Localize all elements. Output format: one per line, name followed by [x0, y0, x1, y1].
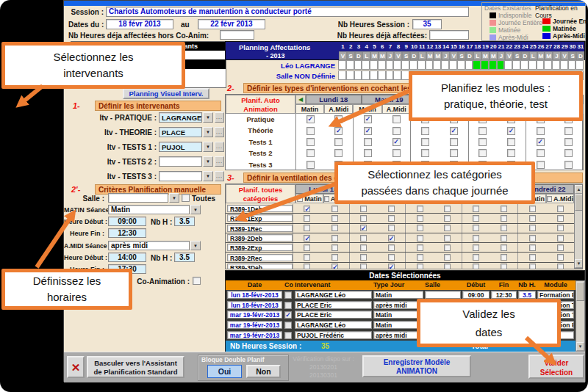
module-checkbox[interactable]: [564, 161, 573, 169]
checkbox-cell[interactable]: [490, 204, 518, 213]
checkbox-cell[interactable]: [405, 263, 434, 269]
planning-day-cell[interactable]: [393, 70, 401, 80]
checkbox-cell[interactable]: [434, 224, 462, 233]
checkbox-cell[interactable]: ✓: [377, 233, 405, 242]
planning-day-cell[interactable]: [346, 70, 354, 80]
checkbox-cell[interactable]: [353, 148, 382, 159]
itv-more-button[interactable]: ...: [215, 171, 224, 181]
checkbox-cell[interactable]: [462, 233, 490, 242]
category-checkbox[interactable]: [529, 244, 536, 251]
itv-row-input[interactable]: PLACE: [159, 127, 202, 137]
checkbox-cell[interactable]: ✓: [295, 114, 325, 125]
checkbox-cell[interactable]: [295, 125, 325, 136]
checkbox-cell[interactable]: [377, 214, 405, 222]
module-checkbox[interactable]: [537, 127, 545, 135]
category-checkbox[interactable]: [417, 244, 423, 251]
checkbox-cell[interactable]: [462, 224, 490, 233]
category-checkbox[interactable]: [557, 264, 564, 269]
category-checkbox[interactable]: [529, 235, 536, 242]
checkbox-cell[interactable]: ✓: [353, 125, 382, 136]
amidi-seance-input[interactable]: après midi: [108, 241, 190, 250]
planning-day-cell[interactable]: [481, 60, 489, 70]
module-checkbox[interactable]: ✓: [306, 115, 315, 123]
checkbox-cell[interactable]: [546, 253, 574, 261]
planning-day-cell[interactable]: [393, 60, 401, 70]
planning-day-cell[interactable]: [552, 60, 560, 70]
checkbox-cell[interactable]: [295, 137, 325, 148]
planning-day-cell[interactable]: [378, 60, 386, 70]
planning-day-cell[interactable]: [568, 60, 576, 70]
category-checkbox[interactable]: [304, 215, 310, 222]
itv-dropdown-icon[interactable]: ▼: [203, 127, 213, 137]
checkbox-cell[interactable]: [462, 263, 490, 269]
planning-day-cell[interactable]: [489, 60, 497, 70]
checkbox-cell[interactable]: [526, 125, 555, 136]
checkbox-cell[interactable]: [434, 214, 462, 222]
category-checkbox[interactable]: [388, 206, 395, 212]
module-checkbox[interactable]: ✓: [364, 115, 372, 123]
module-checkbox[interactable]: [450, 149, 458, 157]
module-checkbox[interactable]: [537, 149, 545, 157]
module-checkbox[interactable]: [478, 138, 487, 146]
checkbox-cell[interactable]: [349, 204, 378, 213]
module-checkbox[interactable]: [507, 138, 515, 146]
dates-scrollbar[interactable]: ▼: [576, 280, 585, 352]
checkbox-cell[interactable]: ✓: [293, 204, 321, 213]
co-checkbox[interactable]: [284, 322, 292, 329]
planning-day-cell[interactable]: [362, 70, 370, 80]
checkbox-cell[interactable]: ✓: [440, 125, 468, 136]
valider-selection-button[interactable]: Valider Sélection: [528, 355, 584, 379]
scroll-up-icon[interactable]: ▲: [575, 185, 583, 194]
checkbox-cell[interactable]: ✓: [349, 224, 378, 233]
planning-day-cell[interactable]: [386, 60, 394, 70]
checkbox-cell[interactable]: [349, 243, 378, 252]
nb-heures-session-input[interactable]: 35: [412, 19, 442, 29]
checkbox-cell[interactable]: [554, 125, 584, 136]
module-checkbox[interactable]: [564, 138, 573, 146]
scroll-down-icon[interactable]: ▼: [575, 259, 583, 268]
category-checkbox[interactable]: [501, 206, 507, 212]
module-checkbox[interactable]: [364, 138, 372, 146]
checkbox-cell[interactable]: [497, 148, 526, 159]
checkbox-cell[interactable]: [554, 148, 584, 159]
category-checkbox[interactable]: ✓: [331, 264, 338, 269]
checkbox-cell[interactable]: [440, 148, 468, 159]
planning-day-cell[interactable]: [370, 60, 378, 70]
category-checkbox[interactable]: [417, 215, 423, 222]
module-checkbox[interactable]: ✓: [364, 127, 372, 135]
itv-dropdown-icon[interactable]: ▼: [203, 171, 213, 181]
planning-day-cell[interactable]: [386, 70, 394, 80]
checkbox-cell[interactable]: [382, 148, 411, 159]
checkbox-cell[interactable]: [462, 214, 490, 222]
planning-day-cell[interactable]: [338, 60, 346, 70]
category-checkbox[interactable]: ✓: [304, 206, 310, 212]
date-end-input[interactable]: 22 févr 2013: [198, 19, 265, 29]
oui-button[interactable]: Oui: [207, 365, 242, 378]
category-checkbox[interactable]: ✓: [388, 264, 395, 269]
module-checkbox[interactable]: ✓: [450, 127, 458, 135]
category-checkbox[interactable]: [473, 244, 479, 251]
checkbox-cell[interactable]: [325, 137, 354, 148]
planning-day-cell[interactable]: [409, 60, 417, 70]
checkbox-cell[interactable]: [490, 263, 518, 269]
matin-seance-input[interactable]: Matin: [108, 205, 190, 214]
checkbox-cell[interactable]: [321, 233, 349, 242]
checkbox-cell[interactable]: [462, 243, 490, 252]
checkbox-cell[interactable]: [517, 214, 546, 222]
category-checkbox[interactable]: ✓: [388, 235, 395, 242]
co-checkbox[interactable]: [284, 291, 292, 299]
checkbox-cell[interactable]: [405, 233, 434, 242]
category-checkbox[interactable]: [388, 244, 395, 251]
category-checkbox[interactable]: [529, 225, 536, 231]
category-checkbox[interactable]: ✓: [304, 235, 310, 242]
checkbox-cell[interactable]: [293, 263, 321, 269]
planning-day-cell[interactable]: [576, 60, 584, 70]
planning-day-cell[interactable]: [560, 60, 568, 70]
category-checkbox[interactable]: [473, 264, 479, 269]
planning-day-cell[interactable]: [346, 60, 354, 70]
module-checkbox[interactable]: [392, 115, 401, 123]
checkbox-cell[interactable]: ✓: [526, 137, 555, 148]
checkbox-cell[interactable]: [517, 243, 546, 252]
itv-dropdown-icon[interactable]: ▼: [203, 156, 213, 167]
category-checkbox[interactable]: [557, 225, 564, 231]
